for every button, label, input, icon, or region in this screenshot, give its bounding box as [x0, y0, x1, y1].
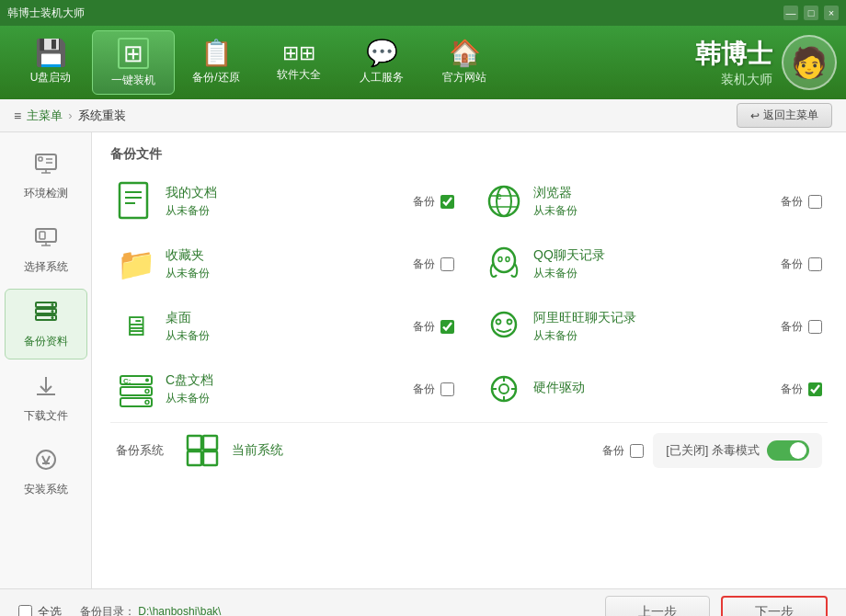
svg-rect-50: [188, 436, 201, 450]
svg-point-36: [508, 320, 512, 325]
svg-text:C:: C:: [123, 377, 131, 385]
cdocs-action: 备份: [413, 382, 454, 397]
browser-backup-label: 备份: [781, 194, 803, 210]
backup-system-label: 备份系统: [116, 442, 164, 459]
usb-icon: 💾: [35, 40, 67, 66]
aliww-icon: [484, 306, 524, 347]
sidebar-label-download: 下载文件: [24, 408, 68, 424]
cdocs-checkbox[interactable]: [440, 382, 454, 396]
cdocs-info: C盘文档 从未备份: [166, 372, 404, 406]
sidebar-item-backup-data[interactable]: 备份资料: [5, 289, 87, 359]
sidebar-item-install[interactable]: 安装系统: [5, 438, 87, 507]
title-bar: 韩博士装机大师 — □ ×: [0, 0, 846, 26]
download-icon: [33, 373, 59, 405]
sidebar-label-env: 环境检测: [24, 186, 68, 201]
select-icon: [33, 224, 59, 256]
browser-name: 浏览器: [533, 185, 772, 201]
breadcrumb-current: 系统重装: [78, 108, 126, 124]
antivirus-toggle[interactable]: [767, 440, 809, 461]
favorites-checkbox[interactable]: [440, 257, 454, 271]
maximize-btn[interactable]: □: [804, 6, 818, 20]
aliww-status: 从未备份: [533, 328, 772, 344]
sidebar-label-backup-data: 备份资料: [24, 334, 68, 349]
backup-system-backup-label: 备份: [602, 443, 624, 459]
svg-rect-53: [203, 451, 217, 465]
qq-icon: [484, 244, 524, 284]
sidebar-item-download[interactable]: 下载文件: [5, 364, 87, 433]
breadcrumb-home[interactable]: 主菜单: [27, 108, 63, 124]
browser-icon: e: [484, 181, 524, 222]
breadcrumb-left: ≡ 主菜单 › 系统重装: [14, 108, 126, 124]
select-all-label: 全选: [38, 604, 62, 617]
minimize-btn[interactable]: —: [783, 6, 798, 20]
backup-system-checkbox[interactable]: [630, 444, 644, 458]
software-icon: ⊞⊞: [282, 43, 315, 63]
antivirus-block: [已关闭] 杀毒模式: [653, 433, 822, 468]
sidebar-item-env[interactable]: 环境检测: [5, 142, 87, 211]
aliww-checkbox[interactable]: [808, 320, 822, 334]
sidebar-item-select[interactable]: 选择系统: [5, 215, 87, 284]
qq-backup-label: 备份: [781, 257, 803, 272]
desktop-checkbox[interactable]: [440, 320, 454, 334]
desktop-icon: 🖥: [116, 306, 156, 347]
favorites-icon: 📁: [116, 244, 156, 284]
prev-button[interactable]: 上一步: [605, 596, 710, 617]
nav-label-service: 人工服务: [360, 70, 404, 86]
backup-system-action: 备份: [602, 443, 644, 459]
nav-label-website: 官方网站: [442, 70, 486, 86]
svg-rect-22: [120, 183, 147, 218]
favorites-action: 备份: [413, 257, 454, 272]
svg-point-42: [145, 390, 149, 394]
nav-item-onekey[interactable]: ⊞ 一键装机: [92, 30, 175, 95]
website-icon: 🏠: [449, 40, 481, 66]
backup-item-desktop: 🖥 桌面 从未备份 备份: [110, 299, 460, 354]
qq-checkbox[interactable]: [808, 257, 822, 271]
svg-point-31: [493, 248, 515, 272]
nav-item-website[interactable]: 🏠 官方网站: [423, 30, 506, 95]
nav-item-service[interactable]: 💬 人工服务: [340, 30, 423, 95]
svg-text:e: e: [497, 191, 502, 201]
svg-point-34: [492, 313, 516, 337]
my-docs-checkbox[interactable]: [440, 195, 454, 209]
svg-rect-38: [120, 387, 152, 395]
sidebar-label-install: 安装系统: [24, 482, 68, 497]
path-link[interactable]: D:\hanboshi\bak\: [138, 605, 221, 616]
qq-info: QQ聊天记录 从未备份: [533, 247, 772, 281]
breadcrumb-separator: ›: [68, 108, 72, 122]
logo-area: 韩博士 装机大师 🧑: [695, 35, 837, 90]
my-docs-backup-label: 备份: [413, 194, 435, 210]
nav-item-software[interactable]: ⊞⊞ 软件大全: [257, 30, 340, 95]
backup-item-hardware: 硬件驱动 备份: [478, 361, 828, 416]
back-button[interactable]: ↩ 返回主菜单: [737, 103, 832, 128]
svg-rect-8: [40, 232, 45, 239]
close-btn[interactable]: ×: [824, 6, 839, 20]
nav-label-onekey: 一键装机: [111, 73, 155, 88]
nav-item-backup[interactable]: 📋 备份/还原: [175, 30, 257, 95]
browser-action: 备份: [781, 194, 822, 210]
aliww-backup-label: 备份: [781, 319, 803, 335]
backup-system-info: 当前系统: [232, 442, 593, 459]
backup-system-row: 备份系统 当前系统 备份 [已关闭] 杀毒模式: [110, 422, 828, 478]
hardware-backup-label: 备份: [781, 382, 803, 397]
desktop-action: 备份: [413, 319, 454, 335]
aliww-name: 阿里旺旺聊天记录: [533, 310, 772, 326]
svg-point-26: [489, 187, 519, 216]
next-button[interactable]: 下一步: [721, 596, 828, 617]
app-title: 韩博士装机大师: [7, 6, 85, 21]
section-header: 备份文件: [110, 146, 828, 163]
hardware-checkbox[interactable]: [808, 382, 822, 396]
nav-item-usb[interactable]: 💾 U盘启动: [9, 30, 92, 95]
backup-item-aliww: 阿里旺旺聊天记录 从未备份 备份: [478, 299, 828, 354]
backup-item-qq: QQ聊天记录 从未备份 备份: [478, 236, 828, 291]
svg-point-17: [51, 316, 53, 319]
backup-items-grid: 我的文档 从未备份 备份 e: [110, 174, 828, 416]
select-all-checkbox[interactable]: [18, 605, 32, 616]
cdocs-icon: C:: [116, 369, 156, 409]
qq-action: 备份: [781, 257, 822, 272]
my-docs-name: 我的文档: [166, 185, 404, 201]
aliww-info: 阿里旺旺聊天记录 从未备份: [533, 310, 772, 344]
backup-path: 备份目录： D:\hanboshi\bak\: [80, 604, 221, 616]
header-nav: 💾 U盘启动 ⊞ 一键装机 📋 备份/还原 ⊞⊞ 软件大全 💬 人工服务 🏠 官…: [0, 26, 846, 99]
browser-checkbox[interactable]: [808, 195, 822, 209]
logo-circle: 🧑: [782, 35, 837, 90]
